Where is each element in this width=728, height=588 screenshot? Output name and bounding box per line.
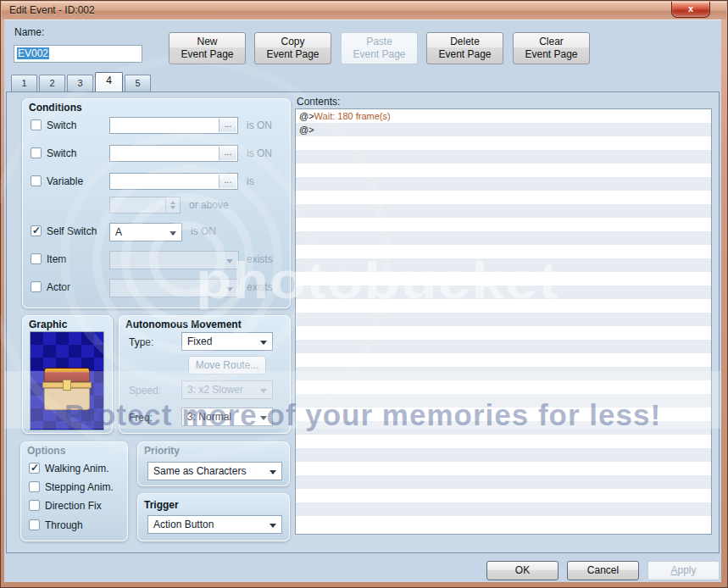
selected-text: EV002 [17,47,49,59]
event-command-row[interactable] [296,367,711,380]
trigger-title: Trigger [144,499,179,511]
event-command-row[interactable] [296,326,711,340]
tab-page-5[interactable]: 5 [125,75,151,92]
variable-field[interactable]: ... [109,173,238,190]
event-command-row[interactable]: @> [296,123,711,136]
switch1-ellipsis-button[interactable]: ... [219,119,236,132]
direction-fix-checkbox[interactable] [29,500,40,511]
tab-page-3[interactable]: 3 [67,75,93,92]
cancel-button[interactable]: Cancel [567,561,639,580]
switch2-checkbox[interactable] [31,147,42,158]
graphic-group: Graphic [22,315,113,434]
close-icon[interactable]: x [671,2,710,18]
move-route-button[interactable]: Move Route... [188,356,266,374]
self-switch-select[interactable]: A [109,223,182,241]
paste-event-page-button[interactable]: PasteEvent Page [341,32,418,64]
event-command-row[interactable] [296,177,711,191]
event-command-row[interactable] [296,150,711,164]
ok-button[interactable]: OK [486,561,559,580]
variable-ellipsis-button[interactable]: ... [219,175,236,188]
event-command-row[interactable] [296,353,711,367]
movement-speed-select[interactable]: 3: x2 Slower [181,380,273,399]
event-command-row[interactable] [296,435,711,448]
direction-fix-label: Direction Fix [45,500,102,512]
speed-label: Speed: [129,385,161,397]
event-command-row[interactable] [296,191,711,204]
through-label: Through [45,519,83,531]
event-command-row[interactable] [296,489,711,502]
event-command-row[interactable] [296,136,711,150]
stepping-anim-checkbox[interactable] [29,481,40,492]
variable-value-spinner[interactable] [109,197,181,214]
event-command-row[interactable]: @>Wait: 180 frame(s) [296,109,711,123]
dialog-window: Edit Event - ID:002 x Name: EV002 NewEve… [0,0,728,588]
event-command-row[interactable] [296,245,711,258]
priority-group: Priority Same as Characters [137,441,290,486]
stepping-anim-label: Stepping Anim. [45,481,114,493]
options-title: Options [27,445,65,457]
clear-event-page-button[interactable]: ClearEvent Page [513,32,590,64]
event-graphic-preview[interactable] [30,331,104,430]
window-title: Edit Event - ID:002 [2,2,726,19]
actor-select[interactable] [109,279,239,297]
event-command-row[interactable] [296,448,711,462]
event-command-row[interactable] [296,258,711,272]
event-command-row[interactable] [296,299,711,313]
priority-title: Priority [144,445,180,457]
variable-checkbox[interactable] [31,175,42,186]
movement-freq-select[interactable]: 3: Normal [181,408,273,426]
switch2-ellipsis-button[interactable]: ... [219,147,236,160]
item-label: Item [47,253,66,265]
tab-page-2[interactable]: 2 [39,75,65,92]
copy-event-page-button[interactable]: CopyEvent Page [254,32,331,64]
switch1-checkbox[interactable] [31,119,42,130]
event-command-row[interactable] [296,286,711,299]
item-checkbox[interactable] [31,253,42,264]
switch2-suffix: is ON [247,147,272,159]
variable-label: Variable [47,175,83,187]
event-command-row[interactable] [296,204,711,218]
event-command-row[interactable] [296,164,711,177]
self-switch-checkbox[interactable] [31,225,42,236]
event-name-input[interactable]: EV002 [14,45,142,63]
freq-label: Freq: [129,412,153,424]
actor-checkbox[interactable] [31,281,42,292]
event-command-row[interactable] [296,475,711,489]
event-command-row[interactable] [296,408,711,421]
page-tabs: 1 2 3 4 5 [11,72,151,92]
contents-list[interactable]: @>Wait: 180 frame(s)@> [295,108,712,535]
conditions-title: Conditions [29,102,82,114]
type-label: Type: [129,336,153,348]
spinner-arrows-icon[interactable] [165,198,179,212]
switch1-field[interactable]: ... [109,117,238,134]
movement-type-select[interactable]: Fixed [181,332,273,351]
switch2-label: Switch [47,147,76,159]
apply-button[interactable]: Apply [647,561,720,580]
event-command-row[interactable] [296,421,711,435]
event-command-row[interactable] [296,340,711,353]
event-command-row[interactable] [296,516,711,530]
item-select[interactable] [109,251,239,269]
title-bar[interactable]: Edit Event - ID:002 x [2,2,726,19]
priority-select[interactable]: Same as Characters [147,462,282,480]
movement-title: Autonomous Movement [125,319,242,330]
event-command-row[interactable] [296,502,711,516]
event-command-row[interactable] [296,394,711,408]
walking-anim-checkbox[interactable] [29,463,40,474]
tab-page-1[interactable]: 1 [11,75,37,92]
switch2-field[interactable]: ... [109,145,238,162]
options-group: Options Walking Anim. Stepping Anim. Dir… [20,441,128,541]
event-command-row[interactable] [296,218,711,231]
trigger-select[interactable]: Action Button [147,515,282,534]
event-command-row[interactable] [296,380,711,394]
event-command-row[interactable] [296,313,711,326]
event-command-row[interactable] [296,272,711,286]
event-command-row[interactable] [296,231,711,245]
switch1-suffix: is ON [247,119,272,131]
tab-page-4[interactable]: 4 [95,72,123,92]
through-checkbox[interactable] [29,519,40,530]
new-event-page-button[interactable]: NewEvent Page [169,32,246,64]
switch1-label: Switch [47,119,76,131]
event-command-row[interactable] [296,462,711,475]
delete-event-page-button[interactable]: DeleteEvent Page [426,32,503,64]
